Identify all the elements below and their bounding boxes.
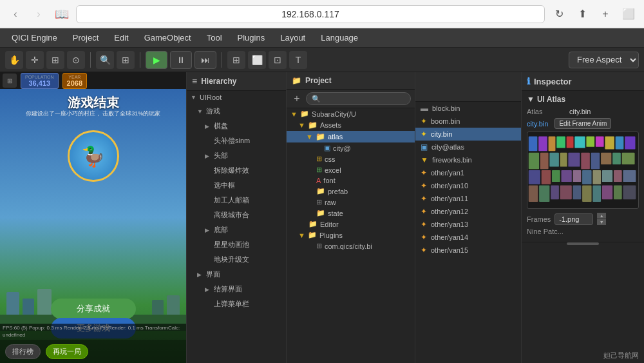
tree-font[interactable]: A font <box>287 175 415 186</box>
hierarchy-icon: ≡ <box>192 76 197 86</box>
tree-item-select[interactable]: 选中框 <box>187 178 286 193</box>
step-button[interactable]: ⏭ <box>194 51 216 69</box>
address-input[interactable] <box>76 5 545 23</box>
zoom-tool-button[interactable]: 🔍 <box>96 51 114 69</box>
tree-item-popup-menu[interactable]: 上弹菜单栏 <box>187 297 286 311</box>
label-atlas: atlas <box>328 133 343 141</box>
pause-button[interactable]: ⏸ <box>170 51 192 69</box>
frames-label: Frames <box>527 215 551 223</box>
file-yan10[interactable]: ✦ other/yan10 <box>415 179 521 192</box>
file-boom-bin[interactable]: ✦ boom.bin <box>415 115 521 128</box>
menu-gameobject[interactable]: GameObject <box>138 30 198 45</box>
tree-city-at[interactable]: ▣ city@ <box>287 142 415 153</box>
share-button[interactable]: ⬆ <box>573 5 591 23</box>
project-add-button[interactable]: + <box>290 92 303 105</box>
tree-atlas[interactable]: ▼ 📁 atlas <box>287 131 415 142</box>
forward-button[interactable]: › <box>30 5 48 23</box>
rotate-tool-button[interactable]: ⊙ <box>67 51 85 69</box>
tree-subara[interactable]: ▼ 📁 SubaraCity(/U <box>287 108 415 119</box>
file-city-atlas[interactable]: ▣ city@atlas <box>415 141 521 153</box>
tree-item-game[interactable]: ▼ 游戏 <box>187 104 286 119</box>
tree-item-board[interactable]: ▶ 棋盘 <box>187 119 286 133</box>
tree-item-mail[interactable]: 加工人邮箱 <box>187 193 286 208</box>
tree-item-stars[interactable]: 星星动画池 <box>187 237 286 252</box>
edit-anim-button[interactable]: Edit Frame Anim <box>554 118 611 129</box>
menu-layout[interactable]: Layout <box>274 30 312 45</box>
label-uiroot: UIRoot <box>200 93 222 101</box>
inspector-panel: ℹ Inspector ▼ UI Atlas Atlas city.bin ci… <box>522 72 644 363</box>
population-value: 36,413 <box>25 79 54 87</box>
hand-tool-button[interactable]: ✋ <box>5 51 23 69</box>
move-tool-button[interactable]: ✛ <box>26 51 44 69</box>
svg-rect-34 <box>551 186 559 200</box>
frames-down-button[interactable]: ▼ <box>597 219 606 225</box>
menu-edit[interactable]: Edit <box>108 30 135 45</box>
file-yan11[interactable]: ✦ other/yan11 <box>415 192 521 205</box>
tree-excel[interactable]: ⊞ excel <box>287 164 415 175</box>
tree-plugins[interactable]: ▼ 📁 Plugins <box>287 230 415 240</box>
menu-tool[interactable]: Tool <box>200 30 229 45</box>
tree-item-tile-upgrade[interactable]: 地块升级文 <box>187 252 286 267</box>
anchor-button[interactable]: ⊡ <box>269 51 287 69</box>
tree-css[interactable]: ⊞ css <box>287 153 415 164</box>
tree-item-explode[interactable]: 拆除爆炸效 <box>187 163 286 178</box>
tree-item-city-adv[interactable]: 高级城市合 <box>187 208 286 222</box>
spark-icon-yan11: ✦ <box>421 194 427 203</box>
folder-icon-prefab: 📁 <box>316 187 325 195</box>
project-search-input[interactable] <box>306 92 411 105</box>
aspect-dropdown[interactable]: Free Aspect <box>569 52 639 68</box>
file-fireworks-bin[interactable]: ▼ fireworks.bin <box>415 153 521 166</box>
tree-item-uiroot[interactable]: ▼ UIRoot <box>187 91 286 104</box>
play-button[interactable]: ▶ <box>146 51 167 69</box>
year-label: YEAR <box>67 75 82 79</box>
frames-row: Frames ▲ ▼ <box>527 213 639 225</box>
snap-button[interactable]: ⊞ <box>227 51 245 69</box>
back-button[interactable]: ‹ <box>6 5 24 23</box>
tree-raw[interactable]: ⊞ raw <box>287 197 415 208</box>
menu-plugins[interactable]: Plugins <box>231 30 272 45</box>
tree-state[interactable]: 📁 state <box>287 208 415 219</box>
label-yan11: other/yan11 <box>431 195 468 202</box>
tabs-button[interactable]: ⬜ <box>620 5 638 23</box>
tree-item-head[interactable]: ▶ 头部 <box>187 148 286 163</box>
spark-icon-van15: ✦ <box>421 246 427 255</box>
file-yan13[interactable]: ✦ other/yan13 <box>415 218 521 231</box>
replay-button[interactable]: 再玩一局 <box>46 344 88 359</box>
file-yan12[interactable]: ✦ other/yan12 <box>415 205 521 218</box>
tree-com-qics[interactable]: ⊞ com.qics/city.bi <box>287 240 415 251</box>
tree-item-ui[interactable]: ▶ 界面 <box>187 267 286 282</box>
tree-editor[interactable]: 📁 Editor <box>287 219 415 230</box>
scrollbar-thumb[interactable] <box>567 242 599 245</box>
menu-qici[interactable]: QICI Engine <box>5 30 64 45</box>
svg-rect-17 <box>581 153 590 169</box>
share-button[interactable]: 分享成就 <box>51 299 136 319</box>
tree-prefab[interactable]: 📁 prefab <box>287 186 415 197</box>
rect-tool-button[interactable]: ⬜ <box>248 51 266 69</box>
scale-tool-button[interactable]: ⊞ <box>46 51 64 69</box>
bookmarks-button[interactable]: 📖 <box>53 5 71 23</box>
arrow-ui: ▶ <box>197 271 205 278</box>
tree-item-bottom[interactable]: ▶ 底部 <box>187 222 286 237</box>
file-van15[interactable]: ✦ other/van15 <box>415 244 521 257</box>
file-yan14[interactable]: ✦ other/yan14 <box>415 231 521 244</box>
ranking-button[interactable]: 排行榜 <box>5 344 41 359</box>
separator-3 <box>222 52 222 68</box>
frames-input[interactable] <box>554 213 593 225</box>
frames-up-button[interactable]: ▲ <box>597 213 606 219</box>
tree-assets[interactable]: ▼ 📁 Assets <box>287 119 415 131</box>
menu-language[interactable]: Language <box>314 30 365 45</box>
text-tool-button[interactable]: T <box>289 51 307 69</box>
file-city-bin[interactable]: ✦ city.bin <box>415 128 521 141</box>
atlas-preview <box>527 132 639 209</box>
file-yan1[interactable]: ✦ other/yan1 <box>415 166 521 179</box>
tree-item-settlement[interactable]: ▶ 结算界面 <box>187 282 286 297</box>
svg-rect-25 <box>562 170 572 182</box>
files-panel: ▬ block.bin ✦ boom.bin ✦ city.bin ▣ city… <box>415 72 522 363</box>
reload-button[interactable]: ↻ <box>550 5 568 23</box>
new-tab-button[interactable]: + <box>596 5 614 23</box>
grid-tool-button[interactable]: ⊞ <box>117 51 135 69</box>
label-raw: raw <box>325 199 336 206</box>
file-block-bin[interactable]: ▬ block.bin <box>415 102 521 115</box>
tree-item-head-comp[interactable]: 头补偿sinm <box>187 133 286 148</box>
menu-project[interactable]: Project <box>66 30 105 45</box>
